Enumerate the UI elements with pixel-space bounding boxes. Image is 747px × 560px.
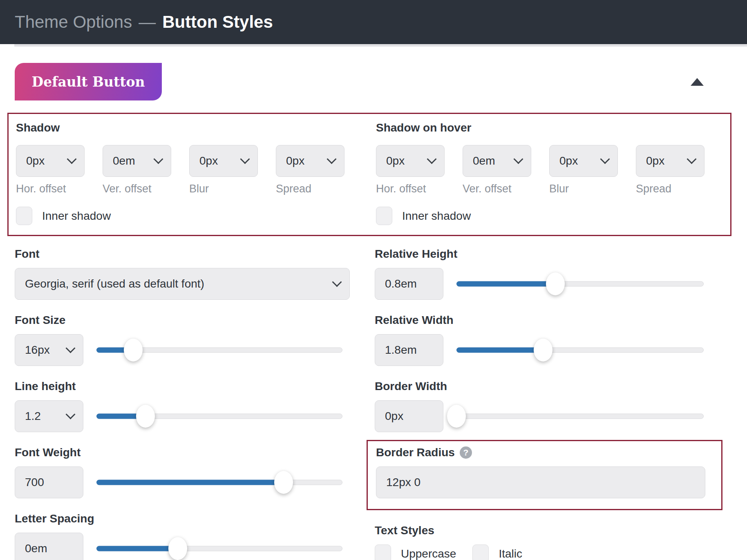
border-radius-input[interactable]: 12px 0 (376, 466, 705, 498)
shadow-hover-spread-value: 0px (646, 154, 664, 167)
uppercase-checkbox[interactable] (375, 544, 391, 560)
default-button-preview[interactable]: Default Button (15, 63, 162, 100)
shadow-group-label: Shadow (16, 121, 351, 134)
relative-width-label: Relative Width (375, 314, 731, 327)
font-size-select[interactable]: 16px (15, 334, 83, 366)
font-row: Font Georgia, serif (used as default fon… (15, 248, 350, 300)
font-select[interactable]: Georgia, serif (used as default font) (15, 268, 350, 300)
relative-height-input[interactable]: 0.8em (375, 268, 443, 300)
line-height-value: 1.2 (25, 410, 41, 423)
shadow-hover-blur-select[interactable]: 0px (549, 145, 618, 177)
shadow-spread-value: 0px (286, 154, 304, 167)
relative-height-row: Relative Height 0.8em (375, 248, 731, 300)
slider-thumb[interactable] (124, 339, 143, 361)
inner-shadow-label: Inner shadow (42, 210, 111, 223)
shadow-ver-offset-value: 0em (113, 154, 135, 167)
shadow-hover-blur-value: 0px (559, 154, 578, 167)
italic-label: Italic (499, 547, 522, 560)
shadow-hover-group-label: Shadow on hover (376, 121, 733, 134)
shadow-hover-ver-offset-select[interactable]: 0em (463, 145, 531, 177)
relative-height-label: Relative Height (375, 248, 731, 261)
shadow-hover-hor-offset-label: Hor. offset (376, 183, 445, 195)
font-weight-value: 700 (25, 476, 44, 489)
shadow-hover-ver-offset-label: Ver. offset (463, 183, 531, 195)
line-height-select[interactable]: 1.2 (15, 400, 83, 432)
slider-thumb[interactable] (136, 405, 155, 428)
letter-spacing-label: Letter Spacing (15, 512, 350, 525)
border-width-input[interactable]: 0px (375, 400, 443, 432)
border-radius-highlight-box: Border Radius ? 12px 0 (367, 440, 722, 510)
uppercase-option: Uppercase (375, 544, 456, 560)
letter-spacing-row: Letter Spacing 0em (15, 512, 350, 560)
relative-width-value: 1.8em (385, 344, 417, 357)
shadow-blur-label: Blur (189, 183, 258, 195)
font-size-value: 16px (25, 344, 50, 357)
font-size-row: Font Size 16px (15, 314, 350, 366)
breadcrumb-separator: — (139, 12, 156, 32)
chevron-down-icon (513, 154, 523, 164)
border-radius-row: Border Radius ? 12px 0 (375, 440, 731, 510)
relative-height-value: 0.8em (385, 277, 417, 290)
border-width-row: Border Width 0px (375, 380, 731, 432)
shadow-ver-offset-select[interactable]: 0em (103, 145, 171, 177)
chevron-down-icon (67, 154, 76, 164)
help-icon[interactable]: ? (460, 446, 472, 459)
slider-thumb[interactable] (447, 405, 466, 428)
font-size-slider[interactable] (96, 338, 342, 362)
chevron-down-icon (427, 154, 436, 164)
slider-thumb[interactable] (274, 471, 293, 494)
inner-shadow-checkbox[interactable] (16, 207, 32, 225)
shadow-hover-spread-label: Spread (636, 183, 705, 195)
shadow-hover-spread-select[interactable]: 0px (636, 145, 705, 177)
divider (14, 44, 747, 47)
border-width-slider[interactable] (456, 404, 704, 428)
relative-height-slider[interactable] (456, 272, 704, 296)
font-weight-label: Font Weight (15, 446, 350, 459)
text-styles-row: Text Styles Uppercase Italic (375, 524, 731, 560)
letter-spacing-input[interactable]: 0em (15, 533, 83, 560)
line-height-slider[interactable] (96, 404, 342, 428)
font-weight-slider[interactable] (96, 471, 342, 494)
chevron-up-icon (691, 78, 704, 86)
slider-thumb[interactable] (168, 537, 187, 560)
letter-spacing-slider[interactable] (96, 537, 342, 560)
border-width-label: Border Width (375, 380, 731, 393)
border-radius-value: 12px 0 (386, 476, 420, 489)
slider-fill (96, 546, 178, 551)
shadow-ver-offset-label: Ver. offset (103, 183, 171, 195)
chevron-down-icon (327, 154, 336, 164)
chevron-down-icon (600, 154, 610, 164)
relative-width-slider[interactable] (456, 338, 704, 362)
italic-option: Italic (472, 544, 522, 560)
shadow-hover-hor-offset-value: 0px (386, 154, 405, 167)
slider-thumb[interactable] (546, 272, 565, 295)
chevron-down-icon (240, 154, 250, 164)
italic-checkbox[interactable] (472, 544, 489, 560)
inner-shadow-hover-checkbox[interactable] (376, 207, 392, 225)
shadow-blur-value: 0px (199, 154, 218, 167)
slider-thumb[interactable] (534, 339, 552, 361)
chevron-down-icon (65, 409, 75, 419)
shadow-hor-offset-label: Hor. offset (16, 183, 85, 195)
chevron-down-icon (687, 154, 696, 164)
font-label: Font (15, 248, 350, 261)
shadow-hor-offset-select[interactable]: 0px (16, 145, 85, 177)
shadow-group: Shadow 0px 0em 0px 0px (16, 121, 351, 225)
shadow-highlight-box: Shadow 0px 0em 0px 0px (7, 113, 731, 236)
slider-fill (456, 348, 543, 353)
shadow-blur-select[interactable]: 0px (189, 145, 258, 177)
collapse-panel-button[interactable] (685, 72, 709, 91)
uppercase-label: Uppercase (401, 547, 456, 560)
line-height-label: Line height (15, 380, 350, 393)
font-weight-input[interactable]: 700 (15, 466, 83, 498)
font-size-label: Font Size (15, 314, 350, 327)
shadow-hover-hor-offset-select[interactable]: 0px (376, 145, 445, 177)
relative-width-row: Relative Width 1.8em (375, 314, 731, 366)
relative-width-input[interactable]: 1.8em (375, 334, 443, 366)
chevron-down-icon (153, 154, 163, 164)
inner-shadow-hover-label: Inner shadow (402, 210, 471, 223)
font-weight-row: Font Weight 700 (15, 446, 350, 498)
slider-track[interactable] (456, 414, 704, 419)
shadow-spread-select[interactable]: 0px (276, 145, 344, 177)
panel-header: Default Button (15, 63, 731, 100)
